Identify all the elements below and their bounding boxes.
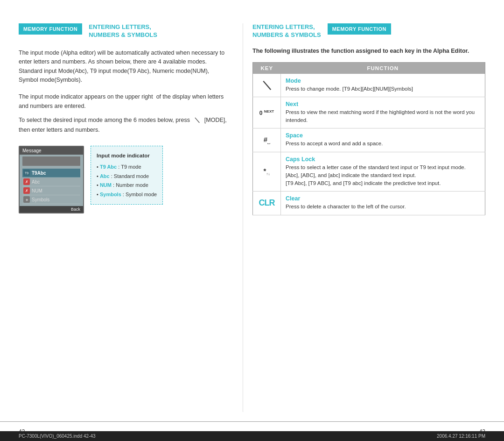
left-section-title: ENTERING LETTERS,NUMBERS & SYMBOLS [89,23,157,39]
phone-mode-num: ✗ NUM [22,186,80,195]
indicator-item-symbols: • Symbols : Symbol mode [97,190,157,199]
func-name-clear: Clear [286,195,480,202]
left-section-header: MEMORY FUNCTION ENTERING LETTERS,NUMBERS… [19,23,229,39]
left-para2-line2: To select the desired input mode among t… [19,115,229,135]
table-row-next: 0 NEXT Next Press to view the next match… [253,97,485,128]
func-desc-clear: Press to delete a character to the left … [286,204,406,209]
func-name-next: Next [286,101,480,107]
col-header-function: FUNCTION [281,62,485,74]
col-header-key: KEY [253,62,281,74]
hash-key-icon: #⎵ [264,135,270,143]
backslash-key-icon: ＼ [262,78,272,92]
main-content: MEMORY FUNCTION ENTERING LETTERS,NUMBERS… [0,0,504,421]
clr-key-icon: CLR [259,198,275,207]
phone-icon-t9: T9 [23,170,30,176]
phone-body: T9 T9Abc ✗ Abc ✗ NUM ⚙ S [20,155,83,206]
func-desc-mode: Press to change mode. [T9 Abc][Abc][NUM]… [286,86,413,92]
illustration-container: Message T9 T9Abc ✗ Abc ✗ NU [19,146,229,213]
function-table: KEY FUNCTION ＼ Mode Press to change mode… [252,62,485,215]
table-row-capslock: *↑↓ Caps Lock Press to select a letter c… [253,152,485,192]
indicator-box: Input mode indicator • T9 Abc : T9 mode … [91,146,163,205]
phone-mode-t9abc: T9 T9Abc [22,169,80,178]
table-body: ＼ Mode Press to change mode. [T9 Abc][Ab… [253,74,485,215]
phone-mode-abc: ✗ Abc [22,178,80,186]
indicator-title: Input mode indicator [97,151,157,161]
func-desc-capslock: Press to select a letter case of the sta… [286,164,466,186]
key-cell-clr: CLR [253,192,281,215]
zero-next-key-icon: 0 NEXT [259,110,274,116]
key-cell-zero: 0 NEXT [253,97,281,128]
phone-footer: Back [20,206,83,213]
func-desc-space: Press to accept a word and add a space. [286,141,383,146]
func-cell-space: Space Press to accept a word and add a s… [281,128,485,152]
func-name-space: Space [286,132,480,139]
func-name-mode: Mode [286,78,480,84]
backslash-icon: ＼ [194,115,200,125]
indicator-item-num: • NUM : Number mode [97,181,157,190]
left-para2-line1: The input mode indicator appears on the … [19,92,229,111]
phone-mode-symbols: ⚙ Symbols [22,195,80,204]
phone-icon-symbols: ⚙ [23,196,30,203]
left-badge: MEMORY FUNCTION [19,23,82,35]
key-cell-backslash: ＼ [253,74,281,97]
indicator-item-abc: • Abc : Standard mode [97,172,157,181]
page-container: MEMORY FUNCTION ENTERING LETTERS,NUMBERS… [0,0,504,441]
phone-title-bar: Message [20,147,83,155]
indicator-item-t9: • T9 Abc : T9 mode [97,163,157,172]
func-cell-clear: Clear Press to delete a character to the… [281,192,485,215]
table-header-row: KEY FUNCTION [253,62,485,74]
table-row-clear: CLR Clear Press to delete a character to… [253,192,485,215]
phone-icon-num: ✗ [23,187,30,194]
table-row-mode: ＼ Mode Press to change mode. [T9 Abc][Ab… [253,74,485,97]
right-section-title: ENTERING LETTERS,NUMBERS & SYMBOLS [252,23,321,39]
table-head: KEY FUNCTION [253,62,485,74]
left-para1: The input mode (Alpha editor) will be au… [19,49,229,85]
footer-info: PC-7300L(VIVO)_060425.indd 42-43 2006.4.… [0,431,504,441]
table-row-space: #⎵ Space Press to accept a word and add … [253,128,485,152]
key-cell-star: *↑↓ [253,152,281,192]
key-cell-hash: #⎵ [253,128,281,152]
func-name-capslock: Caps Lock [286,156,480,163]
right-intro: The following illustrates the function a… [252,47,485,56]
star-key-icon: *↑↓ [264,167,270,175]
func-cell-next: Next Press to view the next matching wor… [281,97,485,128]
print-info: PC-7300L(VIVO)_060425.indd 42-43 [19,434,96,439]
phone-screen: Message T9 T9Abc ✗ Abc ✗ NU [19,146,84,213]
func-desc-next: Press to view the next matching word if … [286,109,475,123]
right-column: ENTERING LETTERS,NUMBERS & SYMBOLS MEMOR… [243,23,485,412]
right-badge: MEMORY FUNCTION [328,23,391,35]
left-column: MEMORY FUNCTION ENTERING LETTERS,NUMBERS… [19,23,243,412]
right-section-header: ENTERING LETTERS,NUMBERS & SYMBOLS MEMOR… [252,23,485,39]
phone-icon-abc: ✗ [23,178,30,185]
func-cell-mode: Mode Press to change mode. [T9 Abc][Abc]… [281,74,485,97]
func-cell-capslock: Caps Lock Press to select a letter case … [281,152,485,192]
left-para2: The input mode indicator appears on the … [19,92,229,135]
date-info: 2006.4.27 12:16:11 PM [437,434,485,439]
